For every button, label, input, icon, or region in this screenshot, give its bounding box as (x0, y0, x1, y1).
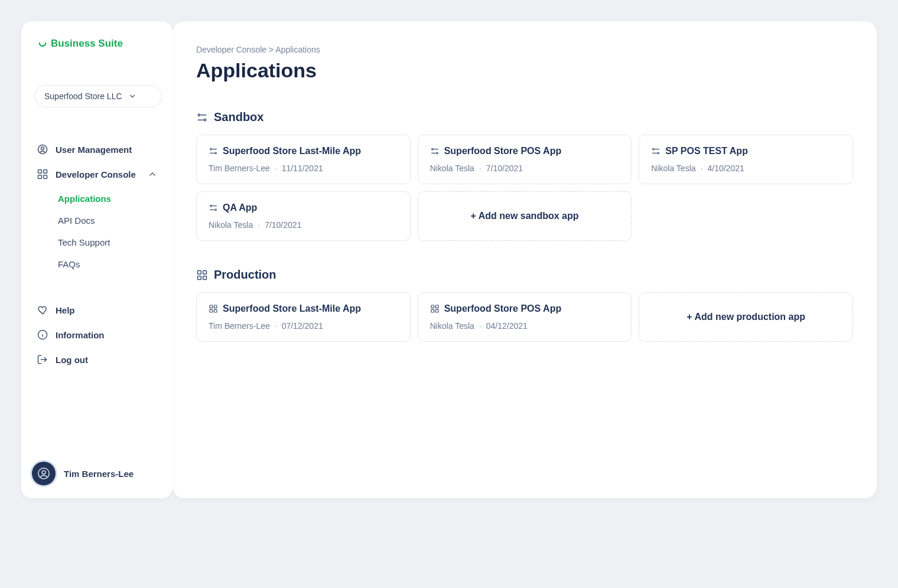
nav-help[interactable]: Help (32, 299, 162, 321)
app-name: QA App (223, 202, 257, 213)
nav-developer-console[interactable]: Developer Console (32, 163, 162, 185)
svg-rect-4 (38, 175, 42, 179)
svg-rect-32 (198, 270, 201, 274)
svg-point-14 (204, 119, 206, 120)
svg-point-16 (210, 148, 212, 150)
breadcrumb[interactable]: Developer Console > Applications (196, 45, 853, 54)
svg-point-24 (653, 148, 655, 150)
user-icon (37, 143, 48, 155)
section-title: Sandbox (214, 110, 263, 124)
svg-point-26 (658, 152, 659, 154)
app-name: SP POS TEST App (665, 146, 748, 156)
sidebar-nav: User Management Developer Console Applic… (32, 138, 162, 371)
svg-point-12 (198, 114, 200, 116)
avatar-icon (32, 462, 56, 485)
nav-logout[interactable]: Log out (32, 348, 162, 371)
dot-separator: · (701, 164, 703, 173)
svg-point-30 (215, 209, 217, 211)
dot-separator: · (275, 164, 277, 173)
nav-user-management[interactable]: User Management (32, 138, 162, 161)
app-date: 07/12/2021 (282, 321, 323, 331)
current-user[interactable]: Tim Berners-Lee (32, 462, 134, 485)
production-icon (196, 269, 208, 281)
nav-label: Information (56, 330, 105, 340)
main-panel: Developer Console > Applications Applica… (173, 21, 877, 498)
logout-icon (37, 354, 48, 365)
org-selector[interactable]: Superfood Store LLC (34, 85, 162, 107)
sandbox-app-card[interactable]: Superfood Store Last-Mile App Tim Berner… (196, 135, 411, 184)
svg-point-22 (436, 152, 438, 154)
subnav-tech-support[interactable]: Tech Support (58, 233, 162, 252)
svg-rect-3 (44, 170, 47, 174)
sandbox-app-card[interactable]: Superfood Store POS App Nikola Tesla · 7… (418, 135, 632, 184)
org-name: Superfood Store LLC (44, 92, 122, 101)
svg-rect-43 (435, 309, 438, 312)
app-name: Superfood Store POS App (444, 146, 562, 156)
app-name: Superfood Store POS App (444, 303, 562, 314)
production-icon (209, 304, 218, 313)
sandbox-grid: Superfood Store Last-Mile App Tim Berner… (196, 135, 853, 241)
svg-rect-38 (210, 309, 213, 312)
app-author: Nikola Tesla (651, 164, 695, 173)
app-date: 7/10/2021 (265, 220, 301, 230)
app-author: Nikola Tesla (430, 321, 474, 331)
app-author: Nikola Tesla (430, 164, 474, 173)
production-app-card[interactable]: Superfood Store POS App Nikola Tesla · 0… (418, 292, 632, 342)
add-production-app-button[interactable]: + Add new production app (639, 292, 853, 342)
app-date: 4/10/2021 (707, 164, 744, 173)
info-icon (37, 329, 48, 341)
app-date: 11/11/2021 (282, 164, 323, 173)
user-name: Tim Berners-Lee (64, 469, 134, 479)
svg-rect-37 (214, 305, 217, 308)
developer-console-submenu: Applications API Docs Tech Support FAQs (32, 189, 162, 274)
svg-rect-41 (435, 305, 438, 308)
sandbox-icon (209, 146, 218, 156)
svg-point-20 (431, 148, 433, 150)
brand-name: Business Suite (51, 38, 123, 50)
dot-separator: · (479, 321, 481, 331)
grid-icon (37, 168, 48, 180)
dot-separator: · (258, 220, 260, 230)
app-name: Superfood Store Last-Mile App (223, 303, 361, 314)
nav-label: Help (56, 305, 75, 315)
svg-point-1 (41, 147, 44, 150)
dot-separator: · (275, 321, 277, 331)
chevron-up-icon (148, 169, 157, 179)
brand-logo: Business Suite (32, 38, 162, 50)
sandbox-icon (430, 146, 440, 156)
subnav-applications[interactable]: Applications (58, 189, 162, 208)
app-author: Tim Berners-Lee (209, 164, 270, 173)
page-title: Applications (196, 59, 853, 82)
nav-label: Log out (56, 355, 88, 365)
sandbox-icon (651, 146, 661, 156)
dot-separator: · (479, 164, 481, 173)
svg-rect-36 (210, 305, 213, 308)
app-name: Superfood Store Last-Mile App (223, 146, 361, 156)
app-author: Tim Berners-Lee (209, 321, 270, 331)
sandbox-app-card[interactable]: QA App Nikola Tesla · 7/10/2021 (196, 191, 411, 241)
subnav-faqs[interactable]: FAQs (58, 254, 162, 274)
add-sandbox-app-button[interactable]: + Add new sandbox app (418, 191, 632, 241)
svg-point-0 (38, 145, 47, 154)
svg-rect-39 (214, 309, 217, 312)
svg-rect-42 (431, 309, 434, 312)
sandbox-app-card[interactable]: SP POS TEST App Nikola Tesla · 4/10/2021 (639, 135, 853, 184)
svg-point-11 (42, 471, 45, 474)
add-label: + Add new sandbox app (471, 211, 579, 221)
heart-icon (37, 304, 48, 316)
svg-rect-34 (198, 276, 201, 279)
svg-rect-33 (203, 270, 207, 274)
svg-rect-2 (38, 170, 42, 174)
production-app-card[interactable]: Superfood Store Last-Mile App Tim Berner… (196, 292, 411, 342)
production-section-heading: Production (196, 268, 853, 282)
nav-information[interactable]: Information (32, 324, 162, 346)
nav-label: Developer Console (56, 169, 136, 179)
app-author: Nikola Tesla (209, 220, 253, 230)
production-icon (430, 304, 440, 313)
add-label: + Add new production app (686, 312, 805, 322)
subnav-api-docs[interactable]: API Docs (58, 211, 162, 230)
svg-rect-35 (203, 276, 207, 279)
svg-point-18 (215, 152, 217, 154)
sandbox-section-heading: Sandbox (196, 110, 853, 124)
app-date: 04/12/2021 (486, 321, 528, 331)
